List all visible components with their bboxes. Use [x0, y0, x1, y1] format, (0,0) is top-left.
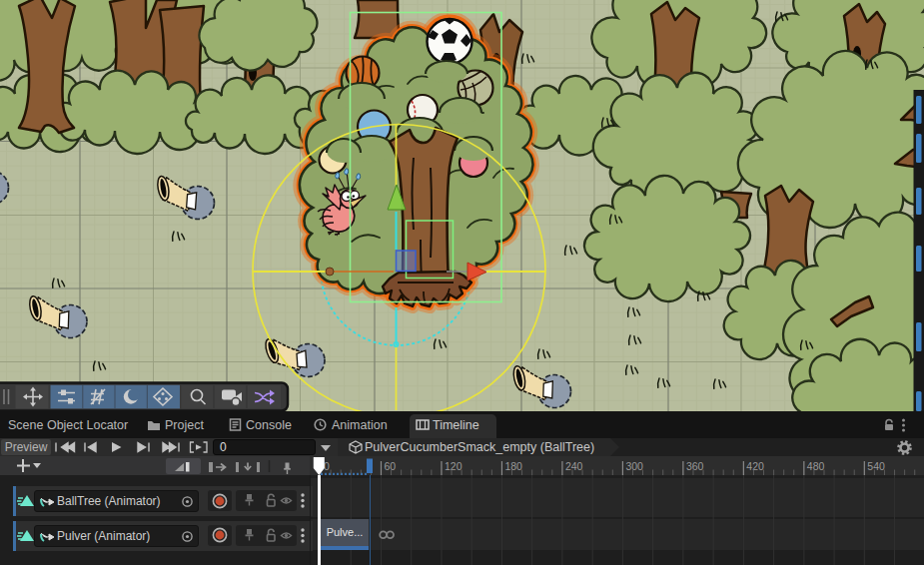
svg-text:300: 300 [625, 460, 643, 472]
svg-text:120: 120 [445, 460, 462, 472]
svg-text:180: 180 [504, 460, 522, 472]
svg-text:0: 0 [324, 460, 330, 472]
svg-text:540: 540 [867, 460, 885, 472]
svg-text:480: 480 [807, 460, 825, 472]
svg-text:60: 60 [384, 460, 396, 472]
svg-text:240: 240 [565, 460, 583, 472]
svg-text:360: 360 [686, 460, 704, 472]
svg-text:420: 420 [746, 460, 764, 472]
